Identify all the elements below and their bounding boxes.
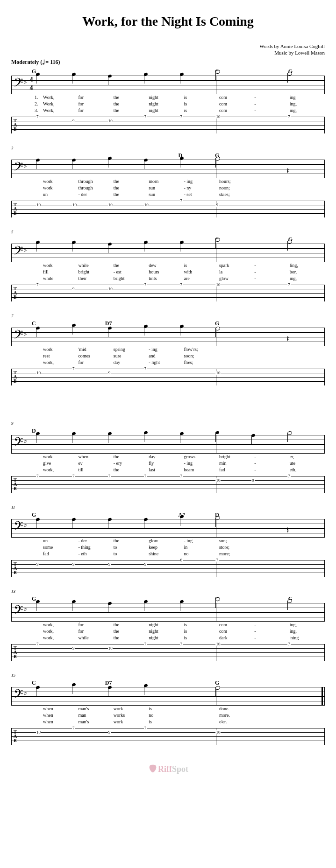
lyric-line: work,whilethenightisdark-'ning — [35, 635, 325, 641]
lyric-syllable: the — [114, 262, 149, 269]
lyric-line: workwhenthedaygrowsbright-er, — [35, 454, 325, 460]
lyric-syllable: and — [149, 353, 184, 359]
lyric-syllable: night — [149, 635, 184, 641]
verse-number: 3. — [35, 107, 43, 114]
tab-fret: 7 — [72, 474, 75, 478]
lyric-syllable: ing — [290, 94, 325, 101]
lyric-syllable: for — [78, 622, 113, 628]
lyric-line: some- thingtokeepinstore; — [35, 544, 325, 551]
tab-fret: 9 — [144, 562, 147, 566]
lyric-syllable: ute — [290, 460, 325, 467]
lyric-syllable: soon; — [184, 353, 219, 359]
chord-row: DG — [32, 152, 325, 160]
bass-clef-icon: 𝄢 — [14, 518, 23, 537]
tab-fret: 7 — [108, 474, 111, 478]
chord-symbol — [288, 511, 325, 519]
lyric-syllable: when — [43, 706, 78, 712]
lyric-line: workthroughthesun- nynoon; — [35, 185, 325, 191]
chord-symbol — [215, 427, 251, 435]
lyric-syllable: in — [184, 544, 219, 551]
verse-number — [35, 262, 43, 269]
lyric-syllable: while — [78, 262, 113, 269]
verse-number — [35, 719, 43, 725]
tab-label: TAB — [14, 646, 17, 658]
bass-clef-icon: 𝄢 — [14, 434, 23, 453]
lyric-syllable: com — [219, 94, 254, 101]
measure-number: 3 — [11, 146, 14, 150]
lyric-line: fillbright- esthourswithla-bor, — [35, 269, 325, 275]
chord-symbol: D — [215, 511, 251, 519]
tab-fret: 7 — [144, 726, 147, 730]
lyric-syllable: fad — [43, 551, 78, 557]
lyric-line: work,forthenightiscom-ing, — [35, 622, 325, 628]
tab-fret: 9 — [36, 562, 39, 566]
lyric-syllable: - — [254, 628, 289, 635]
tab-fret: 10 — [108, 287, 113, 291]
time-signature: 44 — [29, 76, 34, 92]
chord-symbol — [251, 679, 288, 687]
lyric-syllable — [290, 346, 325, 353]
notation-staff: 𝄢♯ — [11, 244, 325, 262]
verse-number — [35, 454, 43, 460]
lyric-syllable: ing, — [290, 107, 325, 114]
key-signature: ♯ — [24, 162, 27, 170]
lyric-syllable: no — [149, 712, 184, 719]
lyric-syllable: night — [149, 94, 184, 101]
lyric-syllable — [254, 719, 289, 725]
lyric-syllable: when — [43, 719, 78, 725]
lyric-syllable: - — [254, 275, 289, 282]
tab-staff: TAB791077107 — [11, 285, 325, 301]
chord-symbol — [251, 152, 288, 160]
lyric-syllable: man's — [78, 706, 113, 712]
lyric-syllable: work — [114, 706, 149, 712]
lyric-syllable — [254, 706, 289, 712]
chord-row: GA7D — [32, 511, 325, 519]
bass-clef-icon: 𝄢 — [14, 602, 23, 621]
lyric-syllable: is — [184, 101, 219, 107]
lyric-syllable: spark — [219, 262, 254, 269]
lyric-syllable: some — [43, 544, 78, 551]
notation-staff: 𝄢♯ — [11, 435, 325, 454]
verse-number — [35, 551, 43, 557]
lyric-line: whenman'sworkisdone. — [35, 706, 325, 712]
lyric-syllable: last — [149, 467, 184, 473]
lyric-syllable — [290, 551, 325, 557]
music-system: 11GA7D𝄢♯𝄽un- dertheglow- ingsun;some- th… — [11, 511, 325, 577]
lyric-syllable: with — [184, 269, 219, 275]
lyric-syllable: the — [114, 94, 149, 101]
key-signature: ♯ — [24, 690, 27, 698]
chord-symbol — [288, 152, 325, 160]
lyric-syllable: when — [78, 454, 113, 460]
lyric-line: whiletheirbrighttintsareglow-ing, — [35, 275, 325, 282]
tab-staff: TAB791077107 — [11, 644, 325, 661]
lyric-syllable: un — [43, 538, 78, 544]
tab-fret: 10 — [215, 115, 221, 119]
verse-number — [35, 269, 43, 275]
lyric-syllable: la — [219, 269, 254, 275]
lyric-syllable: more; — [219, 551, 254, 557]
lyric-syllable: - — [254, 101, 289, 107]
lyric-syllable: - der — [78, 191, 113, 198]
lyric-syllable: - — [254, 460, 289, 467]
tab-fret: 7 — [144, 474, 147, 478]
tab-fret: 7 — [287, 474, 291, 478]
tab-label: TAB — [14, 478, 17, 490]
tab-fret: 9 — [108, 371, 111, 375]
lyric-syllable — [254, 346, 289, 353]
lyric-syllable — [184, 712, 219, 719]
lyric-syllable: Work, — [43, 107, 78, 114]
lyric-syllable — [290, 712, 325, 719]
bass-clef-icon: 𝄢 — [14, 327, 23, 345]
bass-clef-icon: 𝄢 — [14, 75, 23, 93]
lyric-syllable: ing, — [290, 622, 325, 628]
lyric-line: un- derthesun- setskies; — [35, 191, 325, 198]
lyric-syllable: er, — [290, 454, 325, 460]
lyric-syllable — [290, 719, 325, 725]
chord-symbol: G — [288, 236, 325, 244]
notation-staff: 𝄢♯ — [11, 687, 325, 706]
verse-number — [35, 712, 43, 719]
tab-fret: 10 — [215, 730, 221, 734]
chord-symbol — [179, 595, 215, 603]
lyric-syllable: the — [114, 467, 149, 473]
lyric-line: work'midspring- ingflow'rs; — [35, 346, 325, 353]
